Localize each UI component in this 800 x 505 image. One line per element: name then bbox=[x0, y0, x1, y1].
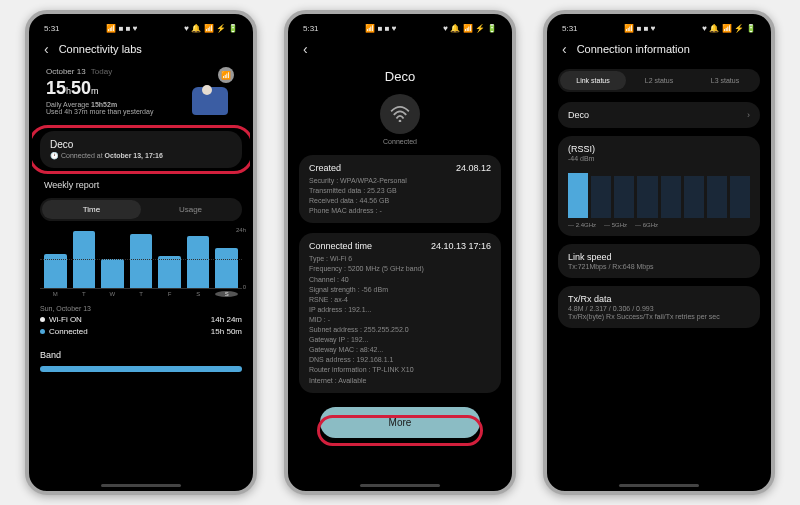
header: ‹ Connectivity labs bbox=[40, 35, 242, 63]
clock: 5:31 bbox=[303, 24, 319, 33]
legend-date: Sun, October 13 bbox=[40, 305, 242, 312]
back-icon[interactable]: ‹ bbox=[562, 41, 567, 57]
created-label: Created bbox=[309, 163, 341, 173]
tab-l2-status[interactable]: L2 status bbox=[626, 71, 692, 90]
illustration: 📶 bbox=[188, 67, 236, 115]
clock: 5:31 bbox=[562, 24, 578, 33]
more-button[interactable]: More bbox=[320, 407, 480, 438]
band-label: Band bbox=[40, 350, 242, 360]
wifi-bubble-icon: 📶 bbox=[218, 67, 234, 83]
status-tabs: Link status L2 status L3 status bbox=[558, 69, 760, 92]
phone-frame-3: 5:31 📶 ■ ■ ♥ ♥ 🔔 📶 ⚡ 🔋 ‹ Connection info… bbox=[543, 10, 775, 495]
wifi-icon bbox=[380, 94, 420, 134]
ssid-title: Deco bbox=[299, 69, 501, 84]
legend-wifi-on: Wi-Fi ON 14h 24m bbox=[40, 315, 242, 324]
page-title: Connection information bbox=[577, 43, 690, 55]
clock: 5:31 bbox=[44, 24, 60, 33]
avg-label: Daily Average bbox=[46, 101, 89, 108]
conntime-value: 24.10.13 17:16 bbox=[431, 241, 491, 251]
weekly-chart: 24h 0 bbox=[40, 229, 242, 289]
avg-value: 15h52m bbox=[91, 101, 117, 108]
band-bar bbox=[40, 366, 242, 372]
ssid-name: Deco bbox=[50, 139, 232, 150]
status-label: Connected bbox=[299, 138, 501, 145]
date: October 13 bbox=[46, 67, 86, 76]
usage-time: 15h50m bbox=[46, 78, 188, 99]
phone-frame-2: 5:31 📶 ■ ■ ♥ ♥ 🔔 📶 ⚡ 🔋 ‹ Deco Connected … bbox=[284, 10, 516, 495]
compare-text: Used 4h 37m more than yesterday bbox=[46, 108, 188, 115]
segment-control: Time Usage bbox=[40, 198, 242, 221]
rssi-legend: — 2.4GHz— 5GHz— 6GHz bbox=[568, 222, 750, 228]
phone-frame-1: 5:31 📶 ■ ■ ♥ ♥ 🔔 📶 ⚡ 🔋 ‹ Connectivity la… bbox=[25, 10, 257, 495]
status-bar: 5:31 📶 ■ ■ ♥ ♥ 🔔 📶 ⚡ 🔋 bbox=[40, 22, 242, 35]
status-left-icons: 📶 ■ ■ ♥ bbox=[106, 24, 137, 33]
page-title: Connectivity labs bbox=[59, 43, 142, 55]
status-bar: 5:31 📶 ■ ■ ♥ ♥ 🔔 📶 ⚡ 🔋 bbox=[558, 22, 760, 35]
connection-card[interactable]: Deco 🕐 Connected at October 13, 17:16 bbox=[40, 131, 242, 168]
weekly-label: Weekly report bbox=[40, 176, 242, 194]
conntime-label: Connected time bbox=[309, 241, 372, 251]
txrx-block: Tx/Rx data 4.8M / 2.317 / 0.306 / 0.993 … bbox=[558, 286, 760, 328]
back-icon[interactable]: ‹ bbox=[44, 41, 49, 57]
svg-point-0 bbox=[399, 120, 402, 122]
deco-block[interactable]: Deco › bbox=[558, 102, 760, 128]
today-label: Today bbox=[91, 67, 112, 76]
rssi-block: (RSSI) -44 dBm — 2.4GHz— 5GHz— 6GHz bbox=[558, 136, 760, 236]
back-icon[interactable]: ‹ bbox=[303, 41, 308, 57]
chart-x-labels: MTWTFSS bbox=[40, 289, 242, 299]
status-bar: 5:31 📶 ■ ■ ♥ ♥ 🔔 📶 ⚡ 🔋 bbox=[299, 22, 501, 35]
tab-l3-status[interactable]: L3 status bbox=[692, 71, 758, 90]
created-value: 24.08.12 bbox=[456, 163, 491, 173]
tab-time[interactable]: Time bbox=[42, 200, 141, 219]
created-card: Created24.08.12 Security : WPA/WPA2-Pers… bbox=[299, 155, 501, 223]
connected-time-card: Connected time24.10.13 17:16 Type : Wi-F… bbox=[299, 233, 501, 392]
rssi-chart bbox=[568, 168, 750, 218]
linkspeed-block: Link speed Tx:721Mbps / Rx:648 Mbps bbox=[558, 244, 760, 278]
legend-connected: Connected 15h 50m bbox=[40, 327, 242, 336]
tab-link-status[interactable]: Link status bbox=[560, 71, 626, 90]
status-right-icons: ♥ 🔔 📶 ⚡ 🔋 bbox=[184, 24, 238, 33]
tab-usage[interactable]: Usage bbox=[141, 200, 240, 219]
